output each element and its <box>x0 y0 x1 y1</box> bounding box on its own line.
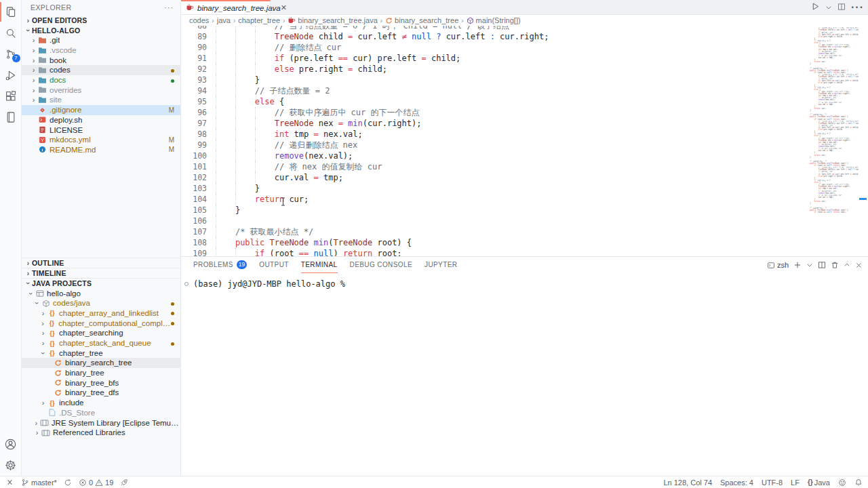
activity-item-search[interactable] <box>0 22 22 43</box>
status-item-language[interactable]: { }Java <box>808 479 830 487</box>
root-folder-section[interactable]: › HELLO-ALGO <box>22 25 180 35</box>
code-token: : <box>490 32 495 41</box>
tree-row[interactable]: ›Referenced Libraries <box>22 428 180 438</box>
status-item-launch[interactable] <box>120 479 128 487</box>
status-item-encoding[interactable]: UTF-8 <box>762 479 783 487</box>
breadcrumb-item[interactable]: binary_search_tree <box>385 16 458 24</box>
tree-row[interactable]: ›codes/java <box>22 298 180 308</box>
indent-guide <box>235 64 236 75</box>
code-token: else <box>255 97 275 106</box>
tree-row[interactable]: binary_tree <box>22 368 180 378</box>
tree-row[interactable]: ›.git <box>22 35 180 45</box>
close-icon[interactable] <box>855 262 863 269</box>
code-line: 100 remove(nex.val); <box>181 150 868 161</box>
chevron-down-icon[interactable] <box>806 262 813 268</box>
breadcrumb-item[interactable]: chapter_tree <box>238 16 280 24</box>
tree-row[interactable]: ›{ }chapter_stack_and_queue <box>22 338 180 348</box>
breadcrumb-item[interactable]: binary_search_tree.java <box>288 16 377 24</box>
terminal[interactable]: (base) jyd@JYD-MBP hello-algo % <box>181 273 868 289</box>
folder-icon <box>37 96 47 104</box>
trash-icon[interactable] <box>831 261 839 269</box>
status-item-sync[interactable] <box>64 479 72 487</box>
outline-section[interactable]: › OUTLINE <box>22 258 180 268</box>
timeline-section[interactable]: › TIMELINE <box>22 268 180 278</box>
panel-tab-debug-console[interactable]: DEBUG CONSOLE <box>350 257 412 273</box>
activity-item-explorer[interactable] <box>0 1 22 22</box>
status-item-problems[interactable]: 019 <box>79 479 113 487</box>
tree-row[interactable]: ›site <box>22 95 180 105</box>
more-actions-icon[interactable]: ··· <box>851 1 864 14</box>
run-icon[interactable] <box>811 1 820 14</box>
plus-icon[interactable] <box>793 261 802 269</box>
breadcrumb-item[interactable]: java <box>217 16 231 24</box>
code-token: child; <box>353 64 387 74</box>
status-item-feedback[interactable] <box>838 479 846 487</box>
activity-item-source-control[interactable]: 7 <box>0 43 22 64</box>
indent-guide <box>216 75 216 85</box>
shell-selector[interactable]: zsh <box>767 261 789 269</box>
activity-item-run-debug[interactable] <box>0 64 22 85</box>
panel-tab-jupyter[interactable]: JUPYTER <box>425 257 457 273</box>
tree-row[interactable]: .gitignoreM <box>22 105 180 115</box>
tree-row[interactable]: ›.vscode <box>22 45 180 56</box>
activity-item-account[interactable] <box>0 434 22 455</box>
code-line: 98 int tmp = nex.val; <box>181 129 868 140</box>
split-editor-icon[interactable] <box>837 1 846 14</box>
tree-row[interactable]: ›{ }chapter_array_and_linkedlist <box>22 308 180 319</box>
code-token: { <box>275 97 284 106</box>
tree-row[interactable]: ›codes <box>22 65 180 75</box>
status-item-notifications[interactable] <box>854 479 863 487</box>
tree-row[interactable]: deploy.sh <box>22 115 180 125</box>
modified-dot-badge <box>171 340 174 347</box>
tree-row[interactable]: ›{ }chapter_searching <box>22 328 180 338</box>
code-text: // 递归删除结点 nex <box>216 140 357 150</box>
tree-row[interactable]: ›book <box>22 55 180 65</box>
split-editor-icon[interactable] <box>818 261 826 269</box>
tree-row[interactable]: binary_tree_bfs <box>22 378 180 388</box>
status-item-eol[interactable]: LF <box>791 479 800 487</box>
line-number: 103 <box>181 183 207 194</box>
tree-row[interactable]: binary_tree_dfs <box>22 388 180 398</box>
status-item-branch[interactable]: master* <box>21 479 57 487</box>
tree-row[interactable]: ›docs <box>22 75 180 85</box>
tab-binary-search-tree[interactable]: binary_search_tree.java ✕ <box>181 0 271 14</box>
tree-row[interactable]: ›{ }chapter_tree <box>22 348 180 358</box>
tree-row[interactable]: ›JRE System Library [Eclipse Temurin 17 … <box>22 418 180 428</box>
indent-guide <box>235 96 236 107</box>
status-item-cursor-position[interactable]: Ln 128, Col 74 <box>663 479 712 487</box>
panel-tab-problems[interactable]: PROBLEMS19 <box>193 257 247 273</box>
panel-tab-output[interactable]: OUTPUT <box>259 257 289 273</box>
tree-row[interactable]: ›hello-algo <box>22 288 180 298</box>
tree-row[interactable]: binary_search_tree <box>22 358 180 368</box>
braces-small-icon: { } <box>808 479 812 486</box>
tree-row[interactable]: ›{ }include <box>22 398 180 408</box>
tree-row[interactable]: LICENSE <box>22 125 180 135</box>
minimap[interactable]: // 当子结点数量 = 0 / 1 时， child = null / 该子结点… <box>806 27 859 225</box>
breadcrumb-item[interactable]: codes <box>189 16 209 24</box>
tree-row[interactable]: ›{ }chapter_computational_complexity <box>22 318 180 328</box>
code-editor[interactable]: 88 // 当子结点数量 = 0 / 1 时， child = null / 该… <box>181 26 868 256</box>
line-number: 93 <box>181 75 207 85</box>
badge-count: 7 <box>12 54 20 62</box>
close-icon[interactable]: ✕ <box>281 3 287 12</box>
status-item-remote[interactable] <box>5 478 14 487</box>
status-label: Spaces: 4 <box>720 479 753 487</box>
java-projects-section[interactable]: › JAVA PROJECTS <box>22 278 180 288</box>
tree-row[interactable]: .DS_Store <box>22 408 180 418</box>
status-item-indentation[interactable]: Spaces: 4 <box>720 479 753 487</box>
activity-item-settings[interactable] <box>0 455 22 476</box>
status-label: master* <box>31 479 57 487</box>
chevron-up-icon[interactable] <box>844 262 850 268</box>
breadcrumb-item[interactable]: main(String[]) <box>467 16 521 24</box>
code-token: } <box>255 184 260 193</box>
panel-tab-terminal[interactable]: TERMINAL <box>301 257 338 273</box>
more-actions-icon[interactable]: ··· <box>164 3 174 12</box>
activity-item-extensions[interactable] <box>0 85 22 106</box>
activity-item-notebook[interactable] <box>0 106 22 127</box>
chevron-down-icon[interactable] <box>825 1 832 14</box>
tree-row[interactable]: mkdocs.ymlM <box>22 135 180 145</box>
open-editors-section[interactable]: › OPEN EDITORS <box>22 15 180 25</box>
tree-row[interactable]: README.mdM <box>22 145 180 155</box>
code-line: 89 TreeNode child = cur.left ≠ null ? cu… <box>181 31 868 42</box>
tree-row[interactable]: ›overrides <box>22 85 180 95</box>
